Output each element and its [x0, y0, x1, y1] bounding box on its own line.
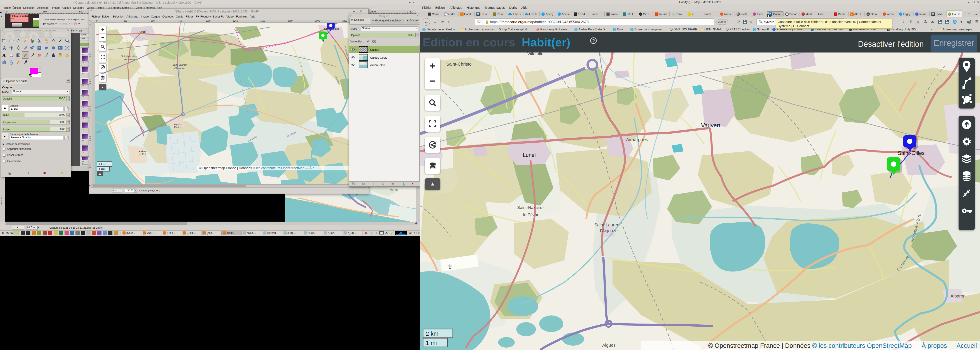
- svg-text:Vauvert: Vauvert: [701, 122, 720, 129]
- svg-text:2 km: 2 km: [99, 162, 106, 166]
- svg-text:© Openstreetmap France | Donné: © Openstreetmap France | Données © les c…: [708, 342, 977, 349]
- svg-text:Saint-Christol: Saint-Christol: [446, 62, 473, 67]
- svg-text:A: A: [2, 53, 6, 57]
- svg-text:Saint-Laurent-: Saint-Laurent-: [173, 64, 188, 66]
- svg-text:Mortes: Mortes: [174, 126, 181, 129]
- svg-text:Villetelle: Villetelle: [527, 52, 543, 56]
- svg-text:Mortes: Mortes: [390, 188, 398, 191]
- svg-text:Saint-Nazaire-: Saint-Nazaire-: [517, 205, 544, 210]
- svg-text:Saint-Gilles: Saint-Gilles: [898, 150, 925, 156]
- svg-text:Saint-Laurent-: Saint-Laurent-: [594, 223, 622, 227]
- svg-text:Aimargues: Aimargues: [626, 137, 648, 142]
- svg-text:© Openstreetmap France | Donné: © Openstreetmap France | Données © les c…: [199, 166, 314, 170]
- svg-text:Lunel: Lunel: [138, 30, 146, 33]
- svg-text:Aigues: Aigues: [174, 123, 181, 126]
- svg-text:2 km: 2 km: [426, 331, 439, 337]
- svg-text:Albaron: Albaron: [950, 294, 966, 298]
- svg-text:1 mi: 1 mi: [426, 340, 437, 346]
- svg-text:Aigues: Aigues: [602, 343, 616, 348]
- svg-text:d'Aigouze: d'Aigouze: [598, 228, 617, 233]
- svg-text:Lunel: Lunel: [523, 152, 536, 158]
- svg-text:Saint-Nazaire-: Saint-Nazaire-: [121, 55, 137, 57]
- svg-text:- de-Pézan: - de-Pézan: [123, 58, 135, 61]
- svg-text:Le Grau-: Le Grau-: [138, 150, 148, 153]
- svg-text:de-Pézan: de-Pézan: [522, 212, 539, 217]
- svg-text:du Roi: du Roi: [139, 153, 146, 156]
- svg-text:d'Aigouze: d'Aigouze: [174, 67, 185, 69]
- svg-text:1 mi: 1 mi: [99, 167, 105, 171]
